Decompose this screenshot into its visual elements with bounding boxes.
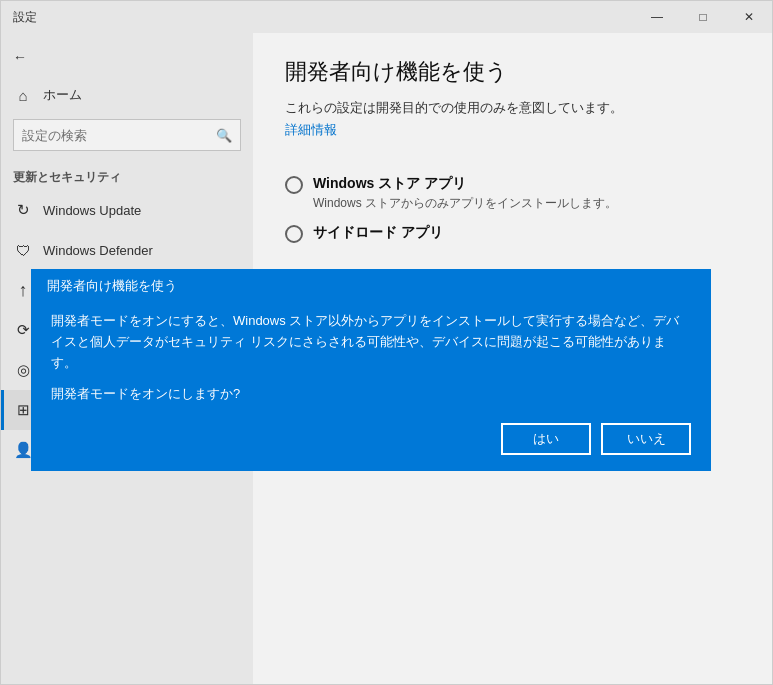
settings-window: 設定 — □ ✕ ← ⌂ ホーム 🔍 更新とセキ [0,0,773,685]
dialog-title-bar: 開発者向け機能を使う [31,269,711,299]
dialog-overlay: 開発者向け機能を使う 開発者モードをオンにすると、Windows ストア以外から… [1,1,772,684]
dialog-question: 開発者モードをオンにしますか? [51,385,691,403]
developer-mode-dialog: 開発者向け機能を使う 開発者モードをオンにすると、Windows ストア以外から… [31,269,711,471]
dialog-title: 開発者向け機能を使う [47,278,177,293]
dialog-body: 開発者モードをオンにすると、Windows ストア以外からアプリをインストールし… [31,299,711,471]
dialog-no-button[interactable]: いいえ [601,423,691,455]
dialog-buttons: はい いいえ [51,423,691,455]
dialog-yes-button[interactable]: はい [501,423,591,455]
dialog-message: 開発者モードをオンにすると、Windows ストア以外からアプリをインストールし… [51,311,691,373]
